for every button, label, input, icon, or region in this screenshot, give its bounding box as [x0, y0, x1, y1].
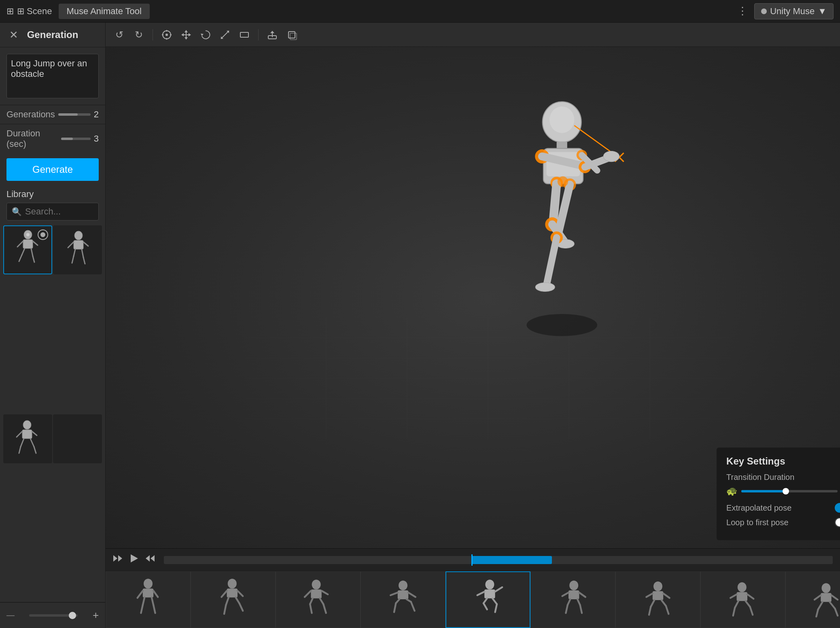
- keyframe-1[interactable]: [106, 571, 191, 628]
- key-settings-title: Key Settings: [726, 456, 840, 467]
- svg-line-108: [320, 598, 324, 604]
- generations-row: Generations 2: [0, 105, 105, 124]
- svg-line-6: [19, 255, 22, 261]
- svg-line-97: [222, 591, 227, 597]
- library-item-4[interactable]: [53, 414, 102, 463]
- svg-line-5: [31, 248, 33, 256]
- unity-muse-button[interactable]: Unity Muse ▼: [754, 3, 834, 19]
- duration-label: Duration (sec): [6, 128, 58, 149]
- svg-line-139: [651, 600, 655, 607]
- search-input[interactable]: [25, 206, 93, 217]
- rotate-icon: [200, 29, 211, 40]
- more-icon[interactable]: ⋮: [737, 5, 748, 17]
- svg-rect-88: [143, 589, 153, 598]
- search-box: 🔍: [6, 203, 99, 221]
- layer-icon: [286, 29, 297, 40]
- prompt-textarea[interactable]: Long Jump over an obstacle: [6, 54, 99, 98]
- loop-first-pose-label: Loop to first pose: [726, 518, 788, 527]
- keyframe-7[interactable]: [615, 571, 700, 628]
- keyframe-8[interactable]: [700, 571, 785, 628]
- keyframe-robot-6: [555, 577, 591, 622]
- muse-animate-tab[interactable]: Muse Animate Tool: [59, 4, 150, 19]
- center-button[interactable]: [159, 28, 174, 42]
- rewind-button[interactable]: [112, 553, 123, 567]
- keyframe-4[interactable]: [361, 571, 445, 628]
- svg-rect-96: [227, 589, 238, 598]
- center-icon: [161, 29, 172, 40]
- svg-line-110: [323, 604, 326, 613]
- keyframe-robot-2: [215, 577, 251, 622]
- svg-point-119: [486, 580, 494, 590]
- svg-line-105: [305, 591, 311, 597]
- svg-line-132: [577, 599, 580, 605]
- move-button[interactable]: [179, 28, 193, 42]
- svg-line-126: [495, 604, 497, 612]
- keyframe-2[interactable]: [191, 571, 276, 628]
- svg-line-13: [74, 249, 75, 256]
- left-slider[interactable]: [29, 614, 78, 617]
- play-button[interactable]: [128, 553, 140, 567]
- svg-rect-136: [653, 591, 663, 600]
- redo-button[interactable]: ↻: [132, 28, 146, 42]
- rect-icon: [239, 29, 250, 40]
- svg-line-137: [663, 594, 669, 598]
- keyframe-9[interactable]: [785, 571, 840, 628]
- library-item-3[interactable]: [3, 414, 52, 463]
- svg-line-12: [83, 242, 88, 246]
- keyframe-robot-9: [810, 577, 840, 622]
- svg-line-7: [33, 256, 34, 262]
- key-settings-panel: Key Settings Transition Duration 🐢 🐇 Ext…: [717, 448, 840, 540]
- keyframe-3[interactable]: [276, 571, 361, 628]
- unity-muse-dot-icon: [761, 8, 767, 14]
- scale-button[interactable]: [218, 28, 232, 42]
- extrapolated-pose-toggle[interactable]: [835, 503, 840, 513]
- generate-button[interactable]: Generate: [6, 158, 99, 181]
- loop-first-pose-toggle[interactable]: [835, 518, 840, 527]
- undo-button[interactable]: ↺: [112, 28, 127, 42]
- svg-rect-144: [737, 592, 747, 601]
- share-button[interactable]: [265, 28, 280, 42]
- transition-slider-handle[interactable]: [783, 488, 789, 494]
- svg-line-158: [835, 609, 838, 616]
- svg-rect-40: [290, 33, 297, 40]
- scene-label[interactable]: ⊞ ⊞ Scene: [6, 6, 52, 17]
- transition-duration-slider[interactable]: 🐢 🐇: [726, 486, 840, 496]
- slider-track: [29, 614, 78, 617]
- plus-button[interactable]: +: [93, 609, 99, 622]
- svg-line-94: [153, 605, 155, 613]
- svg-line-20: [32, 431, 37, 435]
- svg-marker-31: [201, 34, 204, 36]
- library-item-2[interactable]: [53, 225, 102, 274]
- svg-point-103: [312, 580, 321, 590]
- play-icon: [128, 553, 140, 564]
- svg-line-92: [152, 598, 153, 605]
- grid-icon: ⊞: [6, 6, 14, 17]
- svg-point-143: [738, 582, 747, 592]
- unity-muse-label: Unity Muse: [770, 6, 815, 17]
- svg-rect-112: [398, 590, 408, 599]
- fast-forward-button[interactable]: [144, 553, 156, 567]
- duration-bar-fill: [61, 138, 73, 140]
- svg-line-79: [547, 238, 557, 285]
- svg-point-95: [228, 579, 237, 588]
- svg-marker-84: [131, 554, 138, 562]
- keyframe-6[interactable]: [530, 571, 615, 628]
- viewport[interactable]: Key Settings Transition Duration 🐢 🐇 Ext…: [106, 47, 840, 548]
- rect-button[interactable]: [237, 28, 252, 42]
- keyframe-robot-3: [300, 577, 336, 622]
- robot-thumbnail-2: [62, 230, 94, 270]
- generations-bar: [58, 113, 91, 116]
- close-button[interactable]: ✕: [8, 29, 19, 40]
- svg-line-154: [815, 595, 821, 600]
- svg-marker-83: [118, 555, 122, 562]
- library-item-1[interactable]: [3, 225, 52, 274]
- svg-point-127: [569, 581, 578, 590]
- keyframe-5[interactable]: [445, 571, 530, 628]
- svg-line-130: [562, 592, 568, 596]
- layer-button[interactable]: [284, 28, 299, 42]
- timeline-bar[interactable]: [164, 556, 833, 564]
- rotate-button[interactable]: [198, 28, 213, 42]
- toolbar-separator-2: [258, 29, 259, 40]
- robot-thumbnail-3: [12, 418, 44, 459]
- minus-button[interactable]: —: [6, 611, 15, 620]
